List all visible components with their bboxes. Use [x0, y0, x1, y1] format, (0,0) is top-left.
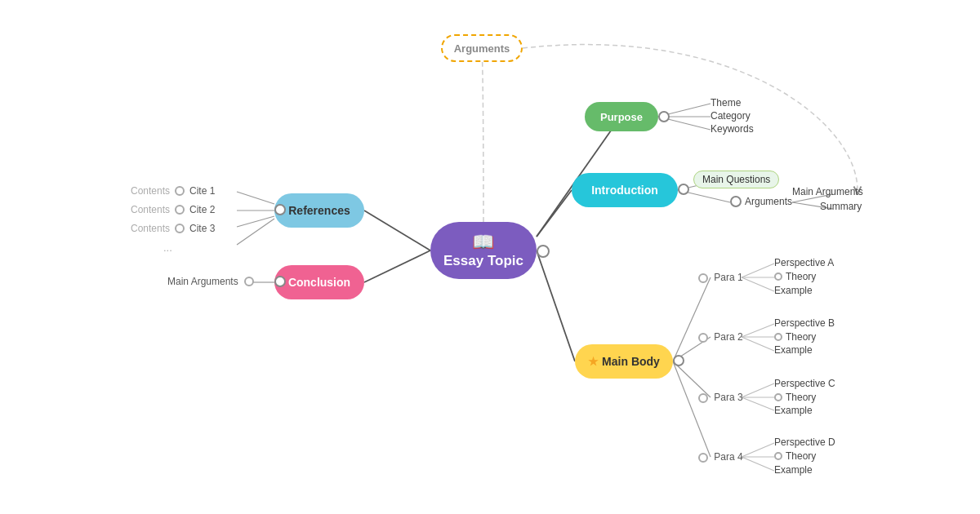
para-2-perspective-b: Perspective B [774, 317, 835, 329]
purpose-category: Category [710, 110, 751, 122]
mainbody-collapse-dot[interactable] [673, 355, 684, 366]
ref-item-1: Contents Cite 1 [131, 185, 215, 197]
conclusion-main-args: Main Arguments [167, 276, 256, 287]
para-4-theory-dot [774, 452, 782, 460]
svg-line-17 [673, 277, 710, 361]
arguments-top-node[interactable]: Arguments [441, 34, 523, 62]
center-node[interactable]: 📖 Essay Topic [430, 222, 537, 279]
summary-leaf: Summary [820, 201, 862, 212]
para-3-example: Example [774, 405, 813, 416]
cite-1-label: Cite 1 [189, 185, 215, 197]
svg-line-23 [742, 277, 774, 291]
purpose-theme: Theme [710, 97, 741, 109]
para-3-example-label: Example [774, 405, 813, 416]
svg-line-26 [742, 337, 774, 351]
ref-item-2: Contents Cite 2 [131, 204, 215, 215]
para-4-example: Example [774, 464, 813, 476]
svg-line-0 [364, 210, 430, 250]
para-2-theory-dot [774, 333, 782, 341]
main-arguments-leaf: Main Arguments [792, 186, 863, 197]
para-4-dot [698, 453, 708, 463]
para-1-theory-dot [774, 273, 782, 281]
perspective-a-label: Perspective A [774, 257, 834, 268]
cite-3-label: Cite 3 [189, 223, 215, 234]
conclusion-main-args-label: Main Arguments [167, 276, 238, 287]
para-3-perspective-c: Perspective C [774, 378, 835, 389]
svg-line-12 [237, 192, 274, 204]
arguments-sub-dot [730, 196, 742, 207]
para-1-perspective-a: Perspective A [774, 257, 834, 268]
keywords-label: Keywords [710, 123, 754, 135]
para-4-theory: Theory [774, 450, 816, 462]
perspective-b-label: Perspective B [774, 317, 835, 329]
svg-line-14 [237, 216, 274, 227]
svg-line-20 [673, 361, 710, 457]
svg-line-27 [742, 383, 774, 397]
para-1-label: Para 1 [698, 272, 743, 283]
ref-dot-3 [175, 224, 185, 233]
svg-line-4 [537, 250, 575, 361]
para-3-theory-label: Theory [786, 392, 816, 403]
conclusion-label: Conclusion [288, 276, 350, 289]
svg-line-30 [742, 443, 774, 457]
purpose-node[interactable]: Purpose [585, 102, 658, 131]
para-1-example-label: Example [774, 285, 813, 296]
svg-line-2 [537, 190, 572, 237]
conclusion-node[interactable]: Conclusion [274, 265, 364, 299]
theme-label: Theme [710, 97, 741, 109]
contents-2-label: Contents [131, 204, 170, 215]
para-2-example: Example [774, 344, 813, 356]
introduction-label: Introduction [591, 184, 658, 197]
ref-dot-1 [175, 186, 185, 196]
para-4-label: Para 4 [698, 451, 743, 463]
arguments-top-label: Arguments [454, 42, 510, 55]
para-4-theory-label: Theory [786, 450, 816, 462]
summary-label: Summary [820, 201, 862, 212]
para-2-label: Para 2 [698, 331, 743, 343]
svg-line-32 [742, 457, 774, 471]
star-icon: ★ [588, 355, 599, 368]
para-3-theory: Theory [774, 392, 816, 403]
purpose-label: Purpose [600, 111, 643, 123]
svg-line-21 [742, 264, 774, 277]
perspective-c-label: Perspective C [774, 378, 835, 389]
mainbody-node[interactable]: ★ Main Body [575, 344, 673, 379]
conclusion-dot [244, 277, 254, 286]
references-node[interactable]: References [274, 193, 364, 228]
center-label: Essay Topic [443, 253, 523, 269]
para-1-theory: Theory [774, 271, 816, 282]
ref-more: ... [163, 241, 172, 254]
arguments-sub-label: Arguments [745, 196, 792, 207]
para-2-dot [698, 333, 708, 343]
para-2-theory-label: Theory [786, 331, 816, 343]
svg-line-15 [237, 219, 274, 245]
para-1-theory-label: Theory [786, 271, 816, 282]
para-4-perspective-d: Perspective D [774, 436, 835, 448]
para-3-theory-dot [774, 393, 782, 401]
ref-dot-2 [175, 205, 185, 215]
center-collapse-dot[interactable] [537, 245, 550, 258]
svg-line-24 [742, 324, 774, 337]
para-2-theory: Theory [774, 331, 816, 343]
purpose-keywords: Keywords [710, 123, 754, 135]
mainbody-label: Main Body [602, 355, 660, 368]
arguments-sub-leaf: Arguments [730, 196, 792, 207]
para-3-label: Para 3 [698, 392, 743, 403]
contents-3-label: Contents [131, 223, 170, 234]
introduction-node[interactable]: Introduction [572, 173, 678, 207]
references-collapse-dot[interactable] [274, 204, 286, 215]
cite-2-label: Cite 2 [189, 204, 215, 215]
main-questions-leaf: Main Questions [693, 171, 779, 188]
main-arguments-label: Main Arguments [792, 186, 863, 197]
conclusion-collapse-dot[interactable] [274, 276, 286, 287]
contents-1-label: Contents [131, 185, 170, 197]
category-label: Category [710, 110, 751, 122]
para-1-example: Example [774, 285, 813, 296]
svg-line-1 [364, 250, 430, 282]
purpose-collapse-dot[interactable] [658, 111, 670, 122]
references-label: References [288, 204, 350, 217]
para-2-example-label: Example [774, 344, 813, 356]
main-questions-label: Main Questions [702, 174, 770, 185]
introduction-collapse-dot[interactable] [678, 184, 689, 195]
svg-line-29 [742, 397, 774, 410]
